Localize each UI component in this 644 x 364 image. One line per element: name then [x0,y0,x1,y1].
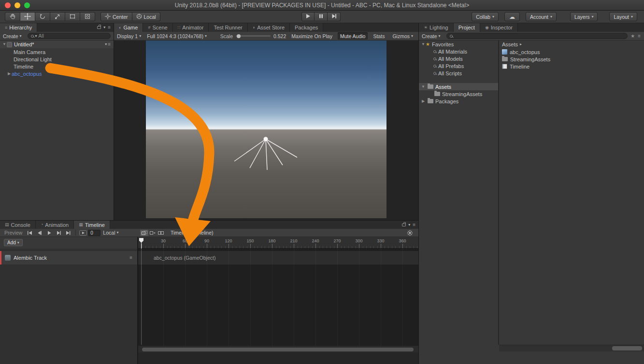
tab-test-runner[interactable]: Test Runner [209,23,247,32]
next-frame-button[interactable] [54,229,63,237]
play-button[interactable] [301,12,315,21]
favorites-header[interactable]: ▼ ★ Favorites [419,41,498,48]
track-lane-alembic[interactable]: abc_octopus (GameObject) [138,251,418,265]
tab-asset-store[interactable]: ◗Asset Store [248,23,290,32]
preview-toggle[interactable]: Preview [2,229,25,237]
maximize-on-play-button[interactable]: Maximize On Play [289,32,335,40]
add-track-button[interactable]: Add ▾ [4,239,23,246]
scale-tool-button[interactable] [50,12,65,21]
mix-mode-button[interactable] [140,230,148,236]
chevron-down-icon[interactable]: ▾ [105,42,107,46]
display-dropdown[interactable]: Display 1 ▾ [114,32,144,40]
move-tool-button[interactable] [20,12,35,21]
hand-tool-button[interactable] [5,12,20,21]
breadcrumb[interactable]: Assets ▸ [499,41,644,48]
layout-dropdown[interactable]: Layout▾ [609,12,637,21]
pivot-mode-button[interactable]: Center [100,12,132,21]
scrollbar-thumb[interactable] [142,348,414,351]
favorite-all-scripts[interactable]: All Scripts [419,70,498,77]
asset-item-streamingassets[interactable]: StreamingAssets [499,56,644,63]
mute-audio-button[interactable]: Mute Audio [338,32,368,40]
hierarchy-item-main-camera[interactable]: Main Camera [0,48,114,56]
tab-packages[interactable]: Packages [290,23,323,32]
track-menu-icon[interactable]: ≡ [129,255,132,260]
tab-timeline[interactable]: ▦Timeline [74,221,110,229]
hierarchy-item-directional-light[interactable]: Directional Light [0,56,114,63]
gizmos-dropdown[interactable]: Gizmos ▾ [390,32,415,40]
rotation-mode-button[interactable]: Local [132,12,160,21]
project-hscrollbar[interactable] [499,345,644,351]
stats-button[interactable]: Stats [371,32,387,40]
asset-item-timeline[interactable]: Timeline [499,63,644,70]
frame-field[interactable]: 0 [88,230,100,236]
collab-dropdown[interactable]: Collab▾ [472,12,499,21]
tab-animation[interactable]: ◔Animation [36,221,74,229]
timeline-hscrollbar[interactable] [138,346,418,352]
scale-slider[interactable] [236,35,271,37]
goto-start-button[interactable] [25,229,34,237]
zoom-window-button[interactable] [24,2,30,8]
settings-gear-icon[interactable] [405,229,415,237]
timeline-splitter[interactable] [137,237,138,364]
layers-dropdown[interactable]: Layers▾ [570,12,598,21]
asset-item-abc-octopus[interactable]: abc_octopus [499,48,644,56]
goto-end-button[interactable] [63,229,73,237]
tab-console[interactable]: ▤Console [0,221,36,229]
favorite-all-materials[interactable]: All Materials [419,48,498,55]
hierarchy-search-input[interactable]: ▾ All [28,33,111,39]
step-button[interactable] [328,12,341,21]
track-row-alembic[interactable]: Alembic Track ≡ [0,251,137,265]
replace-mode-button[interactable] [157,230,165,236]
scrollbar-thumb[interactable] [612,346,642,350]
ripple-mode-button[interactable] [148,230,157,236]
timeline-ruler[interactable]: 30 60 90 120 150 180 210 240 270 300 330… [138,237,418,249]
saved-search-star-icon[interactable]: ★ [630,34,635,39]
lock-icon[interactable] [97,26,101,29]
folder-packages[interactable]: ▶ Packages [419,98,498,105]
lock-icon[interactable] [402,224,406,226]
create-dropdown[interactable]: Create ▾ [419,32,444,40]
folder-streamingassets[interactable]: StreamingAssets [419,90,498,98]
play-range-button[interactable] [78,229,88,237]
scene-menu-icon[interactable]: ≡ [108,42,111,47]
transform-tool-button[interactable] [80,12,95,21]
tab-game[interactable]: ◐Game [114,23,143,32]
timeline-asset-name[interactable]: Timeline (Timeline) [171,230,214,236]
tab-hierarchy[interactable]: ≡ Hierarchy [0,23,37,32]
tab-lighting[interactable]: ☀Lighting [419,23,454,32]
scale-slider-thumb[interactable] [237,34,241,38]
create-dropdown[interactable]: Create ▾ [0,32,25,40]
game-view-area[interactable] [114,41,418,220]
account-dropdown[interactable]: Account▾ [526,12,557,21]
panel-menu-icon[interactable]: ≡ [108,25,111,30]
tab-scene[interactable]: #Scene [143,23,172,32]
tab-project[interactable]: Project [454,23,480,32]
previous-frame-button[interactable] [34,229,44,237]
disclosure-open-icon[interactable]: ▼ [421,85,426,89]
close-window-button[interactable] [5,2,11,8]
project-search-input[interactable] [446,33,628,39]
time-reference-dropdown[interactable]: Local ▾ [100,229,121,237]
tab-animator[interactable]: ∷Animator [173,23,209,32]
hierarchy-item-timeline[interactable]: Timeline [0,63,114,70]
panel-menu-icon[interactable]: ≡ [638,34,641,39]
disclosure-closed-icon[interactable]: ▶ [7,72,12,76]
scene-header-row[interactable]: ▼ Untitled* ▾ ≡ [0,41,114,48]
rotate-tool-button[interactable] [35,12,50,21]
hierarchy-item-abc-octopus[interactable]: ▶ abc_octopus [0,70,114,77]
cloud-services-button[interactable]: ☁ [504,12,520,21]
disclosure-open-icon[interactable]: ▼ [421,42,426,46]
favorite-all-prefabs[interactable]: All Prefabs [419,62,498,70]
chevron-down-icon[interactable]: ▾ [103,26,105,29]
folder-assets[interactable]: ▼ Assets [419,83,498,90]
rect-tool-button[interactable] [65,12,80,21]
disclosure-closed-icon[interactable]: ▶ [421,99,426,103]
panel-menu-icon[interactable]: ≡ [413,223,415,227]
pause-button[interactable] [315,12,328,21]
favorite-all-models[interactable]: All Models [419,55,498,62]
timeline-play-button[interactable] [44,229,54,237]
tab-inspector[interactable]: ◉Inspector [480,23,518,32]
aspect-ratio-dropdown[interactable]: Full 1024 4:3 (1024x768) ▾ [144,32,210,40]
minimize-window-button[interactable] [14,2,20,8]
chevron-down-icon[interactable]: ▾ [408,223,410,227]
